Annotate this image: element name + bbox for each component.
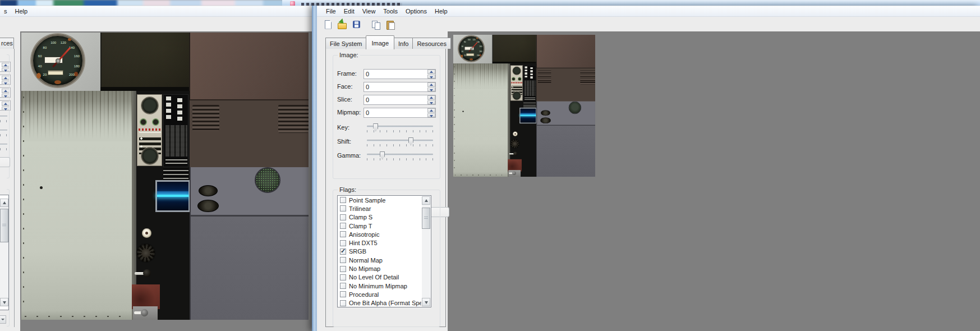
checkbox-srgb[interactable] (340, 249, 346, 255)
louver-vent (192, 105, 219, 131)
flag-label: Clamp T (349, 223, 372, 229)
spinner (427, 108, 435, 117)
play-button-fragment[interactable] (0, 157, 10, 167)
field-label: Slice: (337, 96, 352, 103)
checkbox-normal-map[interactable] (340, 257, 346, 263)
scroll-up-button[interactable] (422, 196, 430, 205)
menu-item-s[interactable]: s (0, 7, 11, 16)
checkbox-clamp-t[interactable] (340, 223, 346, 229)
texture-viewport[interactable]: 20406080100120140160180200 (20, 31, 312, 331)
toolbar-paste-button[interactable] (385, 19, 397, 31)
spin-up-button[interactable] (427, 70, 435, 74)
menu-item-help[interactable]: Help (431, 7, 452, 16)
field-input-mipmap[interactable] (364, 108, 436, 118)
menu-item-help[interactable]: Help (11, 7, 32, 16)
spin-down-button[interactable] (427, 88, 435, 92)
scroll-thumb[interactable] (0, 209, 8, 242)
flag-row-no-mipmap[interactable]: No Mipmap (338, 264, 421, 273)
slider-row-shift: Shift: (312, 138, 432, 150)
spin-up-button[interactable] (427, 108, 435, 113)
toolbar-copy-button[interactable] (370, 19, 382, 31)
tab-file-system[interactable]: File System (325, 38, 366, 49)
slider-ticks (367, 130, 434, 132)
olive-metal-panel (100, 33, 189, 87)
menu-item-view[interactable]: View (358, 7, 380, 16)
flag-row-clamp-s[interactable]: Clamp S (338, 213, 421, 222)
gauge-number: 80 (464, 42, 466, 43)
tab-info[interactable]: Info (394, 38, 413, 49)
button-panel (163, 94, 188, 167)
checkbox-one-bit-alpha-format-spec[interactable] (340, 300, 346, 306)
drip-stains (21, 91, 132, 141)
field-input-frame[interactable] (364, 69, 436, 79)
toolbar-save-button[interactable] (351, 19, 363, 31)
slider-track[interactable] (367, 140, 433, 141)
tab-resources[interactable]: Resources (412, 38, 451, 49)
menu-item-edit[interactable]: Edit (340, 7, 358, 16)
flag-row-one-bit-alpha-format-spec[interactable]: One Bit Alpha (Format Spec (338, 299, 421, 307)
scroll-down-button[interactable] (422, 298, 430, 306)
spin-up-button[interactable] (427, 95, 435, 100)
spin-down-button[interactable] (427, 113, 435, 118)
tab-resources-fragment[interactable]: rces (0, 38, 14, 49)
speaker-grille (255, 167, 280, 193)
up-arrow-icon (430, 71, 433, 73)
field-input-slice[interactable] (364, 95, 436, 105)
spin-down-button[interactable] (427, 75, 435, 79)
checkbox-anisotropic[interactable] (340, 231, 346, 237)
dashboard-texture: 20406080100120140160180200 (21, 33, 309, 320)
field-input-face[interactable] (364, 82, 436, 92)
texture-preview-viewport[interactable]: 20406080100120140160180200 (448, 31, 980, 331)
slider-label: Key: (337, 124, 349, 131)
window-border (312, 6, 317, 331)
field-row-frame: Frame: (312, 69, 432, 79)
menu-bar: FileEditViewToolsOptionsHelp (317, 6, 980, 17)
scrollbar[interactable] (422, 196, 430, 306)
checkbox-clamp-s[interactable] (340, 214, 346, 220)
scroll-down-button[interactable] (0, 298, 8, 306)
flag-row-hint-dxt5[interactable]: Hint DXT5 (338, 238, 421, 247)
checkbox-no-mipmap[interactable] (340, 266, 346, 272)
checkbox-procedural[interactable] (340, 291, 346, 297)
image-groupbox-title: Image: (338, 52, 360, 58)
scroll-thumb[interactable] (422, 208, 430, 229)
flag-row-no-level-of-detail[interactable]: No Level Of Detail (338, 273, 421, 282)
flag-row-anisotropic[interactable]: Anisotropic (338, 230, 421, 238)
combo-fragment[interactable] (0, 315, 6, 324)
gauge-number: 80 (43, 46, 47, 49)
flag-label: No Mipmap (349, 265, 380, 272)
slider-ticks (367, 144, 434, 146)
flag-row-point-sample[interactable]: Point Sample (338, 196, 421, 204)
crt-display (155, 180, 190, 212)
scroll-up-button[interactable] (0, 199, 8, 207)
scrollbar[interactable] (0, 199, 8, 306)
menu-item-tools[interactable]: Tools (379, 7, 402, 16)
checkbox-no-level-of-detail[interactable] (340, 274, 346, 281)
menu-item-options[interactable]: Options (402, 7, 431, 16)
flag-row-srgb[interactable]: SRGB (338, 247, 421, 256)
toolbar-open-folder-button[interactable] (337, 19, 348, 31)
gauge-number: 160 (479, 45, 482, 47)
slider-track[interactable] (367, 126, 433, 127)
flag-row-procedural[interactable]: Procedural (338, 290, 421, 298)
gauge-number: 60 (38, 54, 42, 58)
flag-row-no-minimum-mipmap[interactable]: No Minimum Mipmap (338, 282, 421, 290)
menu-item-file[interactable]: File (322, 7, 340, 16)
ribbed-knob (510, 139, 519, 148)
flag-row-trilinear[interactable]: Trilinear (338, 204, 421, 213)
spin-up-button[interactable] (427, 82, 435, 87)
slider-track[interactable] (367, 154, 433, 155)
slider-ticks (367, 158, 434, 160)
checkbox-trilinear[interactable] (340, 205, 346, 212)
tab-image[interactable]: Image (366, 35, 394, 49)
flags-listbox[interactable]: Point SampleTrilinearClamp SClamp TAniso… (337, 195, 431, 307)
checkbox-point-sample[interactable] (340, 197, 346, 203)
toolbar-new-file-button[interactable] (322, 19, 334, 31)
spin-down-button[interactable] (427, 100, 435, 105)
flag-row-clamp-t[interactable]: Clamp T (338, 222, 421, 230)
gauge-panel: 20406080100120140160180200 (21, 33, 100, 91)
checkbox-hint-dxt5[interactable] (340, 240, 346, 246)
flag-row-normal-map[interactable]: Normal Map (338, 256, 421, 264)
checkbox-no-minimum-mipmap[interactable] (340, 283, 346, 289)
flags-list-fragment[interactable] (0, 195, 9, 310)
